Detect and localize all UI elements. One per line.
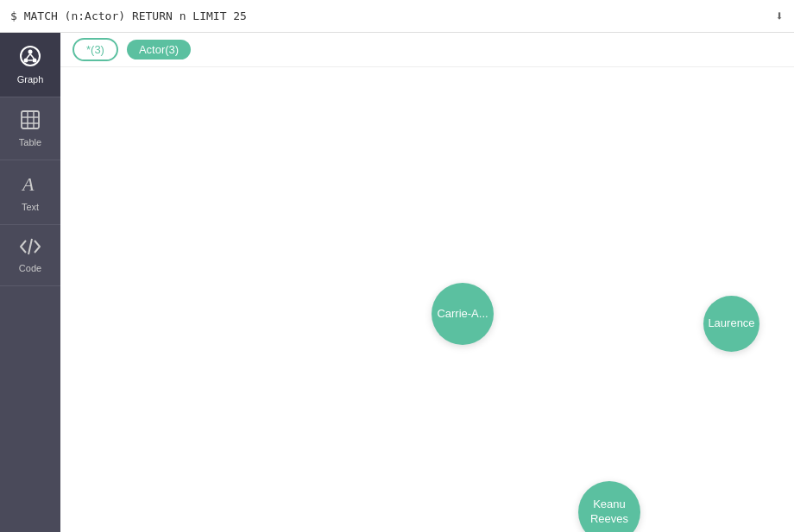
sidebar-item-table-label: Table	[19, 137, 41, 147]
sidebar-item-text-label: Text	[22, 202, 39, 212]
svg-point-0	[21, 47, 40, 66]
sidebar-item-text[interactable]: A Text	[0, 160, 60, 225]
svg-line-4	[27, 54, 30, 59]
svg-point-2	[24, 59, 28, 63]
graph-area: *(3) Actor(3) Carrie-A... Laurence Keanu…	[60, 33, 794, 532]
table-icon	[20, 110, 41, 134]
badge-actor[interactable]: Actor(3)	[127, 40, 191, 59]
text-icon: A	[19, 172, 41, 198]
filter-bar: *(3) Actor(3)	[60, 33, 794, 67]
graph-canvas[interactable]: Carrie-A... Laurence Keanu Reeves	[60, 67, 794, 532]
download-icon[interactable]: ⬇	[775, 8, 784, 24]
sidebar-item-table[interactable]: Table	[0, 97, 60, 160]
node-keanu[interactable]: Keanu Reeves	[578, 481, 640, 532]
code-icon	[19, 237, 41, 260]
main-content: Graph Table A Text	[0, 33, 794, 532]
query-text: $ MATCH (n:Actor) RETURN n LIMIT 25	[10, 9, 775, 22]
query-bar: $ MATCH (n:Actor) RETURN n LIMIT 25 ⬇	[0, 0, 794, 33]
graph-icon	[19, 45, 41, 71]
sidebar-item-graph[interactable]: Graph	[0, 33, 60, 97]
sidebar-item-code[interactable]: Code	[0, 225, 60, 286]
svg-text:A: A	[21, 173, 35, 195]
sidebar: Graph Table A Text	[0, 33, 60, 532]
node-laurence[interactable]: Laurence	[703, 296, 759, 352]
node-carrie[interactable]: Carrie-A...	[432, 283, 494, 345]
svg-line-13	[28, 239, 32, 254]
svg-point-3	[33, 59, 37, 63]
svg-point-1	[28, 50, 33, 54]
badge-all[interactable]: *(3)	[72, 38, 118, 61]
sidebar-item-graph-label: Graph	[17, 74, 44, 84]
sidebar-item-code-label: Code	[19, 263, 41, 273]
svg-rect-7	[22, 111, 39, 128]
svg-line-5	[30, 54, 34, 59]
